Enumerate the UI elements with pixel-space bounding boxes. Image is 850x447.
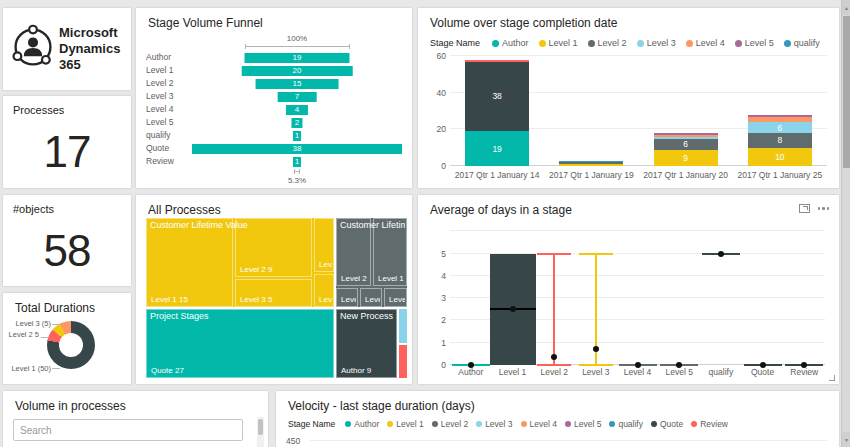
funnel-bar[interactable]: 7 [278,92,317,102]
more-options-icon[interactable] [818,207,830,210]
funnel-bar[interactable]: 20 [242,66,353,76]
bar-segment-level-2[interactable]: 6 [654,139,718,150]
avg-item-level-1[interactable] [492,231,534,365]
funnel-row: Review1 [146,155,402,168]
funnel-bar[interactable]: 4 [286,105,308,115]
bar-segment-level-2[interactable]: 8 [748,133,812,148]
legend-label: Level 1 [549,38,578,48]
treemap-cell[interactable]: Level 3 5 [235,279,312,307]
resize-handle-icon[interactable] [829,375,835,381]
bar-column: 96 [639,56,733,166]
page-scrollbar[interactable]: ▲ ▼ [841,0,850,447]
funnel-bar[interactable]: 38 [192,144,402,154]
x-axis-label: 2017 Qtr 1 January 19 [544,170,638,180]
y-axis-label: 450 [286,436,300,446]
legend-item-level-4[interactable]: Level 4 [521,419,557,429]
legend-item-level-3[interactable]: Level 3 [476,419,512,429]
bar-segment-author[interactable]: 19 [465,131,529,166]
avg-item-qualify[interactable] [700,231,742,365]
treemap-cell[interactable]: Lev... [314,218,334,272]
treemap-group[interactable]: Author 9New Process [336,309,397,378]
legend-item-qualify[interactable]: qualify [609,419,643,429]
scrollbar-down-icon[interactable]: ▼ [842,432,850,447]
treemap-cell[interactable]: Level 2 5 [336,218,371,286]
treemap-cell[interactable]: Level... [336,288,358,307]
legend-item-level-3[interactable]: Level 3 [637,38,676,48]
treemap-cell[interactable]: Level 2 9 [235,218,312,277]
treemap-cell[interactable]: Level... [384,288,407,307]
treemap-group[interactable] [399,345,407,378]
treemap-cell[interactable]: Level... [360,288,382,307]
legend-item-level-5[interactable]: Level 5 [565,419,601,429]
panel-title: Stage Volume Funnel [136,8,412,30]
bar-segment-quote[interactable]: 38 [465,62,529,132]
avg-item-level-5[interactable] [658,231,700,365]
avg-item-level-3[interactable] [575,231,617,365]
bar-segment-level-1[interactable]: 10 [748,148,812,166]
legend-item-author[interactable]: Author [345,419,379,429]
brand-line2: Dynamics 365 [59,41,120,72]
stacked-bar[interactable]: 1938 [465,60,529,166]
treemap-cell[interactable]: Lev... [314,274,334,307]
funnel-category-label: Author [146,51,192,64]
legend-item-level-2[interactable]: Level 2 [588,38,627,48]
treemap-group[interactable]: Level 1 15Level 2 9Level 3 5Lev...Lev...… [146,218,334,307]
stacked-bar[interactable]: 96 [654,133,718,166]
legend-item-level-4[interactable]: Level 4 [686,38,725,48]
legend-item-quote[interactable]: Quote [651,419,683,429]
treemap-cell-label: Quote 27 [151,366,332,375]
list-scrollbar-thumb[interactable] [258,419,263,435]
focus-mode-icon[interactable] [799,204,810,213]
funnel-category-label: Level 4 [146,103,192,116]
funnel-bar[interactable]: 1 [293,131,301,141]
funnel-bar-value: 38 [293,144,302,154]
stacked-bar[interactable]: 1086 [748,115,812,166]
treemap-cell[interactable]: Level 1 15 [146,218,233,307]
y-axis-label: 1 [424,338,446,348]
bar-segment-level-1[interactable]: 9 [654,150,718,167]
bar-segment-level-1[interactable] [559,164,623,166]
search-input[interactable] [13,419,243,441]
legend-item-level-1[interactable]: Level 1 [387,419,423,429]
legend-item-level-1[interactable]: Level 1 [539,38,578,48]
funnel-bar[interactable]: 15 [256,79,339,89]
avg-item-level-2[interactable] [533,231,575,365]
kpi-card-processes[interactable]: Processes 17 [3,96,131,188]
treemap-cell-label: Level 1 5 [378,274,405,283]
treemap-cell[interactable]: Author 9 [336,309,397,378]
funnel-bar-zone: 1 [192,155,402,168]
scrollbar-up-icon[interactable]: ▲ [842,0,850,15]
funnel-rows: Author19Level 120Level 215Level 37Level … [146,51,402,168]
legend-item-review[interactable]: Review [691,419,728,429]
funnel-row: Level 215 [146,77,402,90]
avg-item-level-4[interactable] [617,231,659,365]
funnel-category-label: Quote [146,142,192,155]
funnel-bar[interactable]: 19 [245,53,350,63]
y-axis-label: 0 [424,360,446,370]
stacked-bar[interactable] [559,161,623,166]
funnel-bar[interactable]: 1 [293,157,301,167]
treemap-group[interactable] [399,309,407,343]
funnel-row: Level 44 [146,103,402,116]
bar-segment-level-3[interactable]: 6 [748,122,812,133]
list-scrollbar[interactable] [257,417,264,447]
legend-item-qualify[interactable]: qualify [784,38,820,48]
avg-item-author[interactable] [450,231,492,365]
legend-title: Stage Name [430,38,480,48]
treemap-group[interactable]: Quote 27Project Stages [146,309,334,378]
kpi-card-objects[interactable]: #objects 58 [3,195,131,286]
funnel-bar[interactable]: 2 [291,118,302,128]
scrollbar-thumb[interactable] [843,16,850,168]
panel-title: Volume over stage completion date [418,8,839,30]
funnel-bar-value: 15 [293,79,302,89]
legend-item-level-5[interactable]: Level 5 [735,38,774,48]
legend-item-author[interactable]: Author [492,38,529,48]
avg-item-quote[interactable] [742,231,784,365]
treemap-cell[interactable]: Quote 27 [146,309,334,378]
treemap-cell[interactable]: Level 1 5 [373,218,407,286]
avg-item-review[interactable] [783,231,825,365]
funnel-bar-value: 1 [295,157,299,167]
y-axis-label: 40 [424,88,446,98]
treemap-group[interactable]: Level 2 5Level 1 5Level...Level...Level.… [336,218,407,307]
legend-item-level-2[interactable]: Level 2 [432,419,468,429]
